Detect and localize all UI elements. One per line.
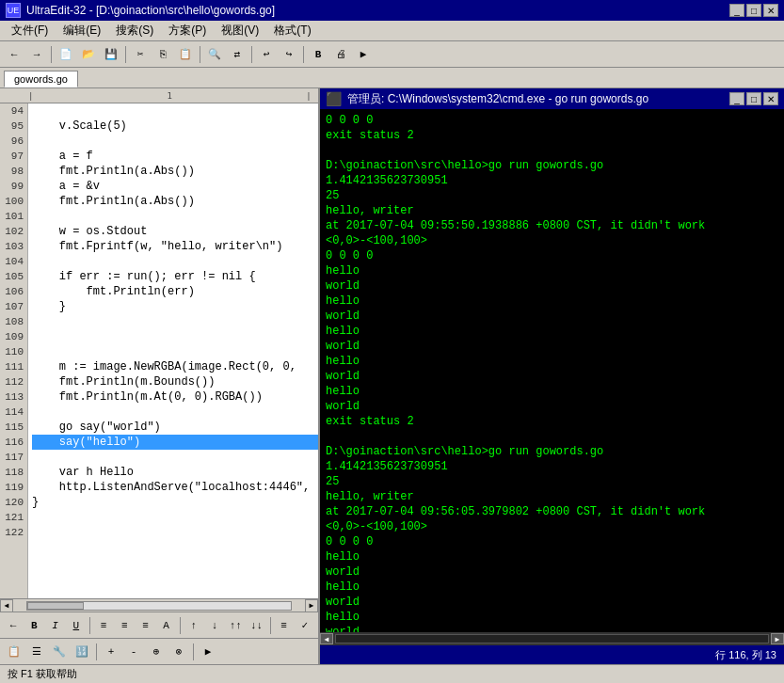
bt2-1[interactable]: 📋 [4,642,24,662]
code-line [32,103,318,119]
cmd-scroll-right[interactable]: ▶ [771,633,784,644]
bt1-3[interactable]: I [45,615,64,636]
code-line: fmt.Println(a.Abs()) [32,164,318,179]
bt1-14[interactable]: ✓ [296,615,314,636]
cmd-maximize[interactable]: □ [746,92,761,105]
bt1-13[interactable]: ≡ [275,615,294,636]
code-line: go say("world") [32,420,318,435]
code-line: say("hello") [32,435,318,450]
code-line: } [32,299,318,314]
cmd-line: world [326,309,778,324]
toolbar-macro[interactable]: ▶ [353,44,374,65]
cmd-scrollbar[interactable]: ◀ ▶ [320,632,784,645]
line-number: 102 [0,224,24,239]
menu-format[interactable]: 格式(T) [266,21,318,40]
menu-project[interactable]: 方案(P) [161,21,214,40]
scroll-track[interactable] [26,601,292,611]
toolbar-print[interactable]: 🖨 [330,44,351,65]
cmd-icon: ⬛ [326,91,342,106]
toolbar-back[interactable]: ← [4,44,24,65]
code-line: w = os.Stdout [32,224,318,239]
toolbar-save[interactable]: 💾 [101,44,121,65]
bt1-10[interactable]: ↓ [205,615,224,636]
toolbar-bold[interactable]: B [308,44,328,65]
toolbar-undo[interactable]: ↩ [256,44,277,65]
bt1-5[interactable]: ≡ [94,615,113,636]
toolbar-find[interactable]: 🔍 [204,44,225,65]
cmd-line [326,143,778,158]
cmd-line: 25 [326,474,778,489]
cmd-scroll-left[interactable]: ◀ [320,633,333,644]
cmd-line: at 2017-07-04 09:55:50.1938886 +0800 CST… [326,218,778,233]
toolbar-cut[interactable]: ✂ [130,44,151,65]
bt1-4[interactable]: U [67,615,86,636]
bt1-11[interactable]: ↑↑ [226,615,245,636]
code-line: var h Hello [32,465,318,480]
close-button[interactable]: ✕ [763,4,778,17]
bt2-8[interactable]: ⊗ [168,642,189,662]
line-number: 103 [0,239,24,254]
toolbar-sep4 [251,46,252,63]
cmd-window-controls: _ □ ✕ [729,92,778,105]
scroll-thumb[interactable] [27,602,84,610]
bottom-toolbar-2: 📋 ☰ 🔧 🔢 + - ⊕ ⊗ ▶ [0,638,318,664]
cmd-line: world [326,625,778,632]
bt2-7[interactable]: ⊕ [146,642,167,662]
editor-content-area[interactable]: 9495969798991001011021031041051061071081… [0,103,318,598]
scroll-right[interactable]: ▶ [305,599,318,612]
cmd-line: hello, writer [326,203,778,218]
cmd-line: world [326,339,778,354]
bt2-2[interactable]: ☰ [26,642,47,662]
minimize-button[interactable]: _ [729,4,744,17]
cmd-line: hello [326,384,778,399]
cmd-output[interactable]: 0 0 0 0exit status 2D:\goinaction\src\he… [320,109,784,632]
menu-file[interactable]: 文件(F) [4,21,56,40]
code-line [32,254,318,269]
tab-gowords[interactable]: gowords.go [4,71,78,87]
bt1-sep2 [180,617,181,634]
toolbar-replace[interactable]: ⇄ [227,44,248,65]
code-line: if err := run(); err != nil { [32,269,318,284]
line-number: 113 [0,389,24,405]
menu-edit[interactable]: 编辑(E) [56,21,108,40]
toolbar-sep5 [303,46,304,63]
cmd-close[interactable]: ✕ [763,92,778,105]
bt2-6[interactable]: - [123,642,144,662]
bt2-4[interactable]: 🔢 [72,642,92,662]
line-number: 117 [0,450,24,465]
cmd-line: world [326,278,778,294]
bt2-3[interactable]: 🔧 [49,642,70,662]
toolbar-paste[interactable]: 📋 [175,44,196,65]
scroll-left[interactable]: ◀ [0,599,13,612]
bt1-7[interactable]: ≡ [136,615,154,636]
toolbar-sep2 [125,46,126,63]
bt1-2[interactable]: B [24,615,43,636]
cmd-line [326,429,778,444]
horizontal-scrollbar[interactable]: ◀ ▶ [0,598,318,612]
bt1-9[interactable]: ↑ [184,615,203,636]
bt1-6[interactable]: ≡ [115,615,134,636]
code-editor[interactable]: v.Scale(5) a = f fmt.Println(a.Abs()) a … [28,103,318,598]
cmd-minimize[interactable]: _ [729,92,744,105]
cmd-line: D:\goinaction\src\hello>go run gowords.g… [326,444,778,459]
bt2-9[interactable]: ▶ [198,642,218,662]
bt2-5[interactable]: + [101,642,121,662]
line-number: 104 [0,254,24,269]
toolbar-forward[interactable]: → [26,44,47,65]
toolbar-open[interactable]: 📂 [78,44,99,65]
toolbar-copy[interactable]: ⎘ [152,44,173,65]
main-toolbar: ← → 📄 📂 💾 ✂ ⎘ 📋 🔍 ⇄ ↩ ↪ B 🖨 ▶ [0,41,784,68]
line-number: 105 [0,269,24,284]
bt1-1[interactable]: ← [4,615,23,636]
code-line [32,450,318,465]
toolbar-new[interactable]: 📄 [56,44,76,65]
toolbar-redo[interactable]: ↪ [279,44,299,65]
line-number: 110 [0,344,24,359]
menu-view[interactable]: 视图(V) [214,21,266,40]
maximize-button[interactable]: □ [746,4,761,17]
menu-search[interactable]: 搜索(S) [108,21,161,40]
cmd-scroll-track[interactable] [335,634,769,643]
code-line: v.Scale(5) [32,119,318,134]
bt1-12[interactable]: ↓↓ [247,615,265,636]
bt1-8[interactable]: A [157,615,176,636]
